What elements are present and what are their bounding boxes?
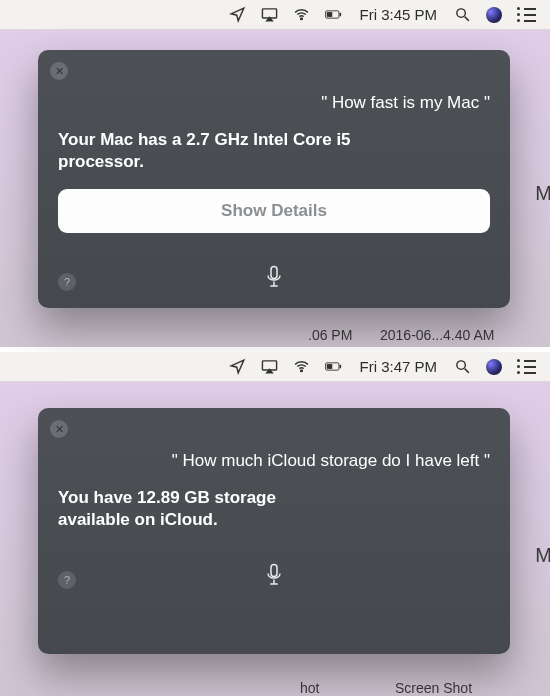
microphone-icon[interactable]	[265, 264, 283, 290]
close-button[interactable]: ✕	[50, 420, 68, 438]
siri-response-text: You have 12.89 GB storage available on i…	[58, 487, 338, 531]
desktop-file-label: 2016-06...4.40 AM	[380, 327, 494, 343]
show-details-button[interactable]: Show Details	[58, 189, 490, 233]
svg-rect-4	[340, 13, 342, 17]
svg-rect-17	[271, 565, 277, 577]
desktop-file-label-partial: M	[535, 544, 550, 567]
siri-menubar-icon[interactable]	[486, 359, 502, 375]
svg-point-15	[457, 361, 466, 370]
svg-rect-3	[327, 12, 332, 17]
location-icon	[229, 358, 246, 375]
siri-menubar-icon[interactable]	[486, 7, 502, 23]
svg-point-1	[301, 18, 303, 20]
airplay-icon	[261, 6, 278, 23]
svg-rect-7	[271, 267, 277, 279]
menubar-clock[interactable]: Fri 3:45 PM	[359, 6, 437, 23]
svg-rect-13	[327, 364, 332, 369]
notification-center-icon[interactable]	[517, 7, 536, 22]
svg-line-6	[465, 17, 469, 21]
siri-user-query: " How much iCloud storage do I have left…	[58, 450, 490, 473]
siri-results-panel: ✕ " How fast is my Mac " Your Mac has a …	[38, 50, 510, 308]
wifi-icon	[293, 358, 310, 375]
siri-user-query: " How fast is my Mac "	[58, 92, 490, 115]
siri-results-panel: ✕ " How much iCloud storage do I have le…	[38, 408, 510, 654]
wifi-icon	[293, 6, 310, 23]
desktop-file-label-partial: M	[535, 182, 550, 205]
siri-response-text: Your Mac has a 2.7 GHz Intel Core i5 pro…	[58, 129, 398, 173]
battery-icon	[325, 6, 342, 23]
spotlight-icon[interactable]	[454, 6, 471, 23]
desktop-file-label: hot	[300, 680, 319, 696]
svg-line-16	[465, 369, 469, 373]
svg-point-11	[301, 370, 303, 372]
spotlight-icon[interactable]	[454, 358, 471, 375]
desktop-file-label: .06 PM	[308, 327, 352, 343]
notification-center-icon[interactable]	[517, 359, 536, 374]
menu-bar-top: Fri 3:45 PM	[0, 0, 550, 30]
menubar-clock[interactable]: Fri 3:47 PM	[359, 358, 437, 375]
help-button[interactable]: ?	[58, 571, 76, 589]
menu-bar-bottom: Fri 3:47 PM	[0, 352, 550, 382]
microphone-icon[interactable]	[265, 562, 283, 588]
svg-point-5	[457, 9, 466, 17]
close-button[interactable]: ✕	[50, 62, 68, 80]
battery-icon	[325, 358, 342, 375]
desktop-file-label: Screen Shot	[395, 680, 472, 696]
help-button[interactable]: ?	[58, 273, 76, 291]
airplay-icon	[261, 358, 278, 375]
svg-rect-14	[340, 365, 342, 369]
location-icon	[229, 6, 246, 23]
